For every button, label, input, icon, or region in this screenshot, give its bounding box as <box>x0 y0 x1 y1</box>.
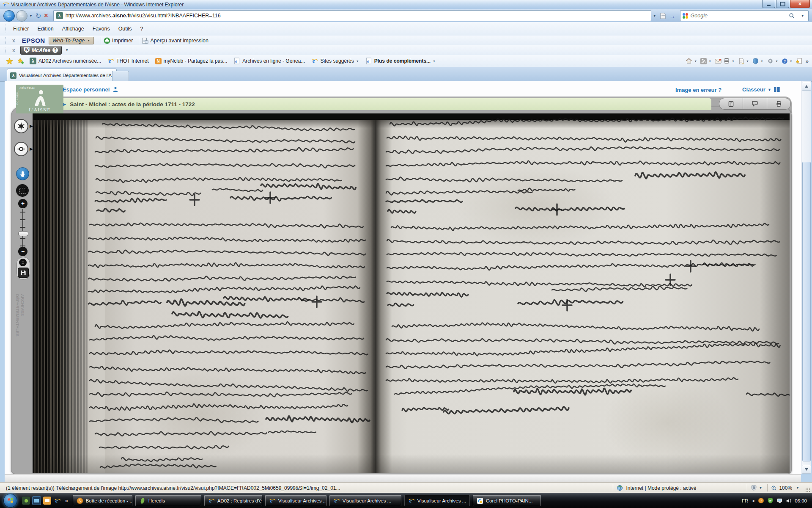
favorite-mynclub[interactable]: N myNclub - Partagez la pas... <box>155 58 228 64</box>
conseil-general-aisne-logo[interactable]: GÉNÉRAL CONSEIL L'AISNE <box>16 85 63 113</box>
window-titlebar[interactable]: e Visualiseur Archives Départementales d… <box>0 0 812 10</box>
taskbar-button-heredis[interactable]: Heredis <box>135 495 201 506</box>
help-icon[interactable]: ? <box>782 58 788 64</box>
mcafee-button[interactable]: W McAfee ? <box>20 46 62 55</box>
zoom-slider-track[interactable] <box>22 209 23 249</box>
menu-fichier[interactable]: Fichier <box>9 26 33 32</box>
favorite-thot[interactable]: e THOT Internet <box>107 58 148 64</box>
taskbar-button-corel[interactable]: Corel PHOTO-PAIN... <box>473 495 541 506</box>
network-icon[interactable] <box>776 497 783 504</box>
contrast-tool[interactable] <box>14 142 28 156</box>
back-button[interactable]: ← <box>3 10 15 22</box>
binder-button[interactable] <box>719 98 743 109</box>
tab-visualiseur[interactable]: λ Visualiseur Archives Départementales d… <box>7 69 117 82</box>
search-options-dropdown[interactable]: ▼ <box>801 14 804 18</box>
address-dropdown[interactable]: ▼ <box>653 14 656 18</box>
clock[interactable]: 06:00 <box>795 498 807 503</box>
more-commands-chevron[interactable]: » <box>806 58 809 64</box>
pan-hand-tool[interactable] <box>16 167 29 180</box>
tray-security-shield-icon[interactable] <box>767 497 774 504</box>
favorite-plus-complements[interactable]: e Plus de compléments... ▼ <box>365 58 436 64</box>
compatibility-view-icon[interactable] <box>659 12 667 19</box>
zoom-control[interactable]: 100% ▼ <box>771 485 803 491</box>
tray-expand-icon[interactable]: ◄ <box>751 499 755 503</box>
quicklaunch-app-icon[interactable] <box>22 497 30 505</box>
language-indicator[interactable]: FR <box>742 498 748 503</box>
scrollbar-thumb[interactable] <box>802 162 811 461</box>
zoom-in-button[interactable]: + <box>18 199 27 208</box>
show-desktop-icon[interactable] <box>32 496 41 505</box>
stop-button[interactable]: × <box>44 12 48 19</box>
search-icon[interactable] <box>789 13 795 19</box>
quicklaunch-chevron[interactable]: » <box>65 498 68 504</box>
menu-favoris[interactable]: Favoris <box>88 26 114 32</box>
page-horizontal-scrollbar[interactable] <box>5 474 801 483</box>
page-icon[interactable] <box>738 58 744 64</box>
taskbar-button-visualiseur-2[interactable]: e Visualiseur Archives ... <box>329 495 401 506</box>
apercu-button[interactable]: Aperçu avant impression <box>150 38 208 44</box>
go-button[interactable]: → <box>669 12 676 19</box>
refresh-button[interactable]: ↻ <box>36 12 41 20</box>
classeur-grid-icon[interactable] <box>774 86 780 93</box>
favorites-doc-icon[interactable] <box>796 58 802 64</box>
zoom-dropdown[interactable]: ▼ <box>796 486 799 490</box>
menu-aide[interactable]: ? <box>136 26 148 32</box>
close-button[interactable]: × <box>790 0 810 8</box>
epson-close-button[interactable]: x <box>12 38 15 44</box>
save-image-button[interactable] <box>18 268 29 278</box>
search-box[interactable]: Google ▼ <box>680 10 809 21</box>
print-image-button[interactable] <box>767 98 790 109</box>
taskbar-button-visualiseur-active[interactable]: e Visualiseur Archives ... <box>404 495 470 506</box>
menu-affichage[interactable]: Affichage <box>58 26 88 32</box>
scroll-down-button[interactable] <box>802 465 811 474</box>
mail-icon[interactable] <box>715 58 721 64</box>
protected-mode-icon[interactable] <box>751 485 757 491</box>
classeur-control[interactable]: Classeur ▼ <box>742 86 780 93</box>
new-tab-button[interactable] <box>112 71 129 82</box>
favorite-ad02[interactable]: λ AD02 Archives numérisée... <box>30 58 101 64</box>
history-dropdown[interactable]: ▼ <box>29 14 33 18</box>
minimize-button[interactable] <box>762 0 775 8</box>
imprimer-button[interactable]: Imprimer <box>112 38 133 44</box>
security-zone[interactable]: Internet | Mode protégé : activé <box>617 485 743 491</box>
taskbar-button-inbox[interactable]: Boîte de réception - ... <box>73 495 132 506</box>
taskbar-button-ad02[interactable]: e AD02 : Registres d'ét... <box>204 495 262 506</box>
gear-icon[interactable] <box>767 58 774 64</box>
zoom-slider-handle[interactable] <box>18 231 28 236</box>
speaker-icon[interactable] <box>786 498 792 504</box>
safety-shield-icon[interactable] <box>752 58 759 64</box>
rotate-compass-tool[interactable] <box>14 119 28 133</box>
mcafee-close-button[interactable]: x <box>12 47 15 53</box>
scroll-up-button[interactable] <box>802 82 811 91</box>
maximize-button[interactable] <box>776 0 789 8</box>
protected-mode-dropdown[interactable]: ▼ <box>759 486 762 490</box>
favorite-archives-en-ligne[interactable]: e Archives en ligne - Genea... <box>233 58 305 64</box>
home-icon[interactable] <box>686 58 692 64</box>
print-icon[interactable] <box>723 58 730 64</box>
forward-button[interactable]: → <box>16 10 27 22</box>
toolbar-grip[interactable] <box>5 37 6 44</box>
toolbar-grip[interactable] <box>5 25 6 33</box>
manuscript-image[interactable] <box>33 113 790 473</box>
mcafee-dropdown[interactable]: ▼ <box>65 48 69 52</box>
image-error-link[interactable]: Image en erreur ? <box>675 87 721 93</box>
toolbar-grip[interactable] <box>5 47 6 53</box>
address-bar[interactable]: λ http://www.archives.aisne.fr/visu2/vis… <box>53 10 651 21</box>
favorite-sites-suggeres[interactable]: e Sites suggérés ▼ <box>311 58 359 64</box>
page-vertical-scrollbar[interactable] <box>801 81 811 474</box>
start-button[interactable] <box>3 494 17 508</box>
menu-outils[interactable]: Outils <box>114 26 136 32</box>
selection-tool[interactable] <box>16 184 29 197</box>
menu-edition[interactable]: Edition <box>33 26 58 32</box>
quicklaunch-mail-icon[interactable] <box>43 497 51 505</box>
taskbar-button-visualiseur-1[interactable]: e Visualiseur Archives ... <box>265 495 326 506</box>
espace-personnel-link[interactable]: Espace personnel <box>63 86 118 93</box>
quicklaunch-ie-icon[interactable]: e <box>53 497 61 505</box>
favorites-star-icon[interactable] <box>6 58 13 65</box>
add-favorite-icon[interactable] <box>17 58 25 65</box>
rss-feed-icon[interactable] <box>700 58 707 64</box>
web-to-page-button[interactable]: Web-To-Page ▼ <box>49 37 94 44</box>
zoom-out-button[interactable]: − <box>18 247 27 256</box>
tray-clock-icon[interactable] <box>758 497 764 504</box>
fit-size-button[interactable]: = <box>19 259 27 266</box>
